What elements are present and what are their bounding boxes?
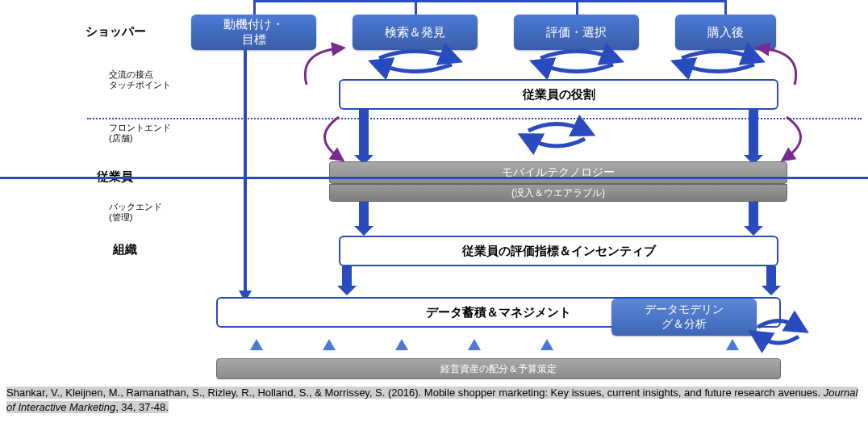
row-label-touchpoint: 交流の接点 タッチポイント bbox=[109, 69, 171, 90]
citation-authors: Shankar, V., Kleijnen, M., Ramanathan, S… bbox=[6, 387, 824, 399]
flow-arrow-icon bbox=[359, 202, 369, 226]
cycle-icon bbox=[367, 48, 464, 73]
arrow-up-icon bbox=[323, 339, 336, 350]
flow-arrow-icon bbox=[749, 110, 758, 155]
curve-arrow-icon bbox=[774, 113, 823, 161]
curve-arrow-icon bbox=[307, 113, 355, 161]
cycle-icon bbox=[670, 48, 766, 73]
flow-arrow-icon bbox=[342, 266, 352, 286]
cycle-icon bbox=[528, 48, 625, 73]
stage-evaluate: 評価・選択 bbox=[514, 15, 639, 50]
arrow-up-icon bbox=[395, 339, 408, 350]
citation-rest: , 34, 37-48. bbox=[115, 401, 169, 413]
arrow-up-icon bbox=[726, 339, 739, 350]
row-label-frontend: フロントエンド (店舗) bbox=[109, 123, 171, 144]
long-connector bbox=[244, 50, 247, 292]
divider-dotted bbox=[87, 118, 862, 119]
flow-arrow-icon bbox=[766, 266, 776, 286]
row-label-org: 組織 bbox=[113, 242, 137, 257]
flow-arrow-icon bbox=[359, 110, 369, 155]
box-incentive: 従業員の評価指標＆インセンティブ bbox=[339, 236, 778, 266]
box-mobile-tech-sub: (没入＆ウエアラブル) bbox=[329, 184, 787, 202]
arrow-up-icon bbox=[540, 339, 553, 350]
box-modeling: データモデリン グ＆分析 bbox=[611, 299, 757, 336]
citation-text: Shankar, V., Kleijnen, M., Ramanathan, S… bbox=[6, 386, 862, 414]
box-employee-role: 従業員の役割 bbox=[339, 79, 778, 110]
arrow-up-icon bbox=[468, 339, 481, 350]
box-resource: 経営資産の配分＆予算策定 bbox=[216, 358, 781, 379]
row-label-backend: バックエンド (管理) bbox=[109, 202, 162, 223]
stage-search: 検索＆発見 bbox=[353, 15, 478, 50]
arrow-up-icon bbox=[250, 339, 263, 350]
row-label-shopper: ショッパー bbox=[86, 24, 146, 40]
box-mobile-tech: モバイルテクノロジー bbox=[329, 161, 787, 184]
cycle-icon bbox=[750, 319, 807, 351]
flow-arrow-icon bbox=[749, 202, 758, 226]
divider-employee bbox=[0, 177, 868, 179]
connector-h bbox=[253, 0, 727, 2]
cycle-icon bbox=[516, 121, 597, 153]
stage-motivation: 動機付け・ 目標 bbox=[191, 15, 316, 50]
